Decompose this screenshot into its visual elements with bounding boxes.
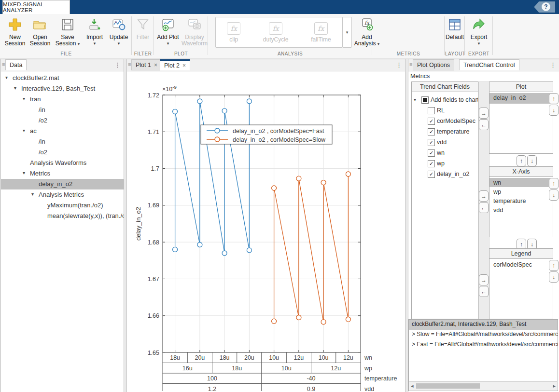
status-line-slow: > Slow = File=All#Global#/mathworks/deve… — [412, 331, 558, 338]
remove-from-legend-button[interactable]: ← — [479, 286, 489, 297]
plot-panel-tabbar: ≡ Plot 1 × Plot 2 × ⋮ — [127, 59, 405, 71]
list-item-wn[interactable]: wn — [489, 178, 553, 187]
app-title-tab[interactable]: MIXED-SIGNAL ANALYZER — [2, 0, 70, 14]
import-button[interactable]: Import ▾ — [83, 16, 106, 46]
expand-arrow-icon[interactable]: ▾ — [5, 75, 8, 80]
legend-list-down-button[interactable]: ↓ — [549, 271, 559, 283]
field-row-wp[interactable]: ✓wp — [412, 159, 478, 169]
checked-checkbox[interactable]: ✓ — [428, 149, 435, 157]
tree-item-interactive-129-bash-test[interactable]: ▾Interactive.129, Bash_Test — [1, 83, 124, 94]
list-item-wp[interactable]: wp — [489, 187, 553, 196]
tree-item-label: ac — [30, 127, 37, 135]
add-to-plot-button[interactable]: → — [479, 108, 489, 119]
scrollbar-thumb[interactable] — [416, 383, 480, 389]
status-hscrollbar[interactable]: ◂ ▸ — [409, 381, 557, 390]
xaxis-list-up-button[interactable]: ↑ — [549, 178, 559, 189]
plot-list-down-button[interactable]: ↓ — [549, 105, 559, 116]
tree-item--in[interactable]: /in — [1, 136, 124, 147]
field-row-temperature[interactable]: ✓temperature — [412, 127, 478, 137]
panel-overflow-icon[interactable]: ⋮ — [396, 61, 402, 68]
analysis-clip-button[interactable]: fx clip — [227, 22, 240, 43]
field-row-cormodelspec[interactable]: ✓corModelSpec — [412, 116, 478, 127]
analysis-gallery-dropdown[interactable]: ▾ — [342, 17, 352, 48]
field-row-vdd[interactable]: ✓vdd — [412, 137, 478, 148]
plot-move-up-button[interactable]: ↑ — [517, 155, 526, 166]
expand-arrow-icon[interactable]: ▾ — [23, 96, 25, 101]
tab-data[interactable]: Data — [5, 59, 27, 70]
field-row-add-fields-to-chart[interactable]: ▾Add fields to chart — [412, 95, 478, 106]
tab-plot-options[interactable]: Plot Options — [413, 59, 454, 70]
open-session-button[interactable]: Open Session — [28, 16, 52, 47]
add-to-legend-button[interactable]: → — [479, 274, 489, 285]
list-item-temperature[interactable]: temperature — [489, 196, 553, 205]
checked-checkbox[interactable]: ✓ — [428, 128, 435, 135]
tree-item-analysis-metrics[interactable]: ▾Analysis Metrics — [1, 189, 124, 200]
xaxis-list-down-button[interactable]: ↓ — [549, 189, 559, 201]
tree-item-clockbuffer2-mat[interactable]: ▾clockBuffer2.mat — [1, 73, 124, 83]
panel-overflow-icon[interactable]: ⋮ — [114, 61, 121, 68]
plot-move-down-button[interactable]: ↓ — [527, 155, 537, 166]
scroll-right-icon[interactable]: ▸ — [553, 383, 556, 389]
section-divider — [492, 16, 493, 55]
scroll-left-icon[interactable]: ◂ — [411, 383, 414, 389]
display-waveform-button[interactable]: Display Waveform — [182, 16, 208, 47]
checked-checkbox[interactable]: ✓ — [428, 171, 435, 178]
expand-arrow-icon[interactable]: ▾ — [31, 191, 34, 197]
close-icon[interactable]: × — [154, 62, 157, 68]
legend-entry-label: delay_in_o2 , corModelSpec=Fast — [233, 128, 324, 135]
panel-grip-icon[interactable]: ≡ — [128, 61, 131, 67]
tab-trendchart-control[interactable]: TrendChart Control — [459, 59, 519, 70]
partial-checkbox[interactable] — [421, 96, 429, 104]
tree-item-ac[interactable]: ▾ac — [1, 126, 124, 136]
analysis-dutycycle-button[interactable]: fx dutyCycle — [263, 22, 289, 43]
close-icon[interactable]: × — [182, 62, 186, 69]
tab-plot-1[interactable]: Plot 1 × — [131, 59, 162, 70]
remove-from-plot-button[interactable]: ← — [479, 119, 489, 130]
panel-grip-icon[interactable]: ≡ — [2, 61, 5, 67]
checked-checkbox[interactable]: ✓ — [428, 160, 435, 167]
tree-item-ymaximum-tran-o2-[interactable]: yMaximum(tran./o2) — [1, 200, 124, 211]
panel-overflow-icon[interactable]: ⋮ — [550, 61, 556, 68]
tree-item-tran[interactable]: ▾tran — [1, 94, 124, 105]
field-row-delay-in-o2[interactable]: ✓delay_in_o2 — [412, 169, 478, 180]
default-layout-button[interactable]: Default — [443, 16, 466, 41]
expand-arrow-icon[interactable]: ▾ — [23, 128, 25, 133]
section-divider — [154, 16, 154, 55]
list-item-cormodelspec[interactable]: corModelSpec — [489, 260, 553, 270]
export-button[interactable]: Export ▾ — [467, 16, 490, 46]
import-icon — [86, 16, 103, 33]
expand-arrow-icon[interactable]: ▾ — [14, 85, 16, 91]
save-session-button[interactable]: Save Session ▾ — [54, 16, 81, 47]
add-to-xaxis-button[interactable]: → — [479, 190, 489, 202]
add-plot-button[interactable]: Add Plot ▾ — [155, 16, 181, 46]
panel-grip-icon[interactable]: ≡ — [409, 61, 412, 67]
list-item-vdd[interactable]: vdd — [489, 205, 553, 215]
analysis-falltime-button[interactable]: fx fallTime — [311, 22, 331, 43]
tree-item-mean-slewrate-y-x-tran-o2-[interactable]: mean(slewrate(y,x)), (tran./o2) — [1, 211, 124, 221]
unchecked-checkbox[interactable] — [428, 107, 435, 114]
plot-list-up-button[interactable]: ↑ — [549, 93, 559, 104]
legend-list-up-button[interactable]: ↑ — [549, 260, 559, 271]
tree-item-metrics[interactable]: ▾Metrics — [1, 168, 124, 179]
field-row-wn[interactable]: ✓wn — [412, 148, 478, 159]
export-caret-icon: ▾ — [478, 41, 480, 46]
tree-item--in[interactable]: /in — [1, 105, 124, 115]
new-session-button[interactable]: New Session — [3, 16, 27, 47]
checked-checkbox[interactable]: ✓ — [428, 118, 435, 125]
tree-item--o2[interactable]: /o2 — [1, 115, 124, 126]
expand-arrow-icon[interactable]: ▾ — [23, 170, 25, 176]
list-item-delay-in-o2[interactable]: delay_in_o2 — [489, 93, 553, 104]
checked-checkbox[interactable]: ✓ — [428, 139, 435, 146]
filter-button[interactable]: Filter — [132, 16, 154, 41]
update-button[interactable]: v Update ▾ — [107, 16, 130, 46]
tab-plot-2[interactable]: Plot 2 × — [160, 59, 190, 70]
remove-from-xaxis-button[interactable]: ← — [479, 202, 489, 213]
tree-item-label: /in — [39, 138, 45, 145]
tree-item-analysis-waveforms[interactable]: Analysis Waveforms — [1, 158, 124, 168]
trend-chart-canvas[interactable]: 1.721.711.71.691.681.671.661.65×10-9dela… — [127, 71, 404, 391]
tree-item--o2[interactable]: /o2 — [1, 147, 124, 158]
help-icon[interactable]: ? — [542, 2, 550, 11]
field-row-rl[interactable]: RL — [412, 106, 478, 116]
expand-arrow-icon[interactable]: ▾ — [414, 97, 416, 102]
tree-item-delay-in-o2[interactable]: delay_in_o2 — [1, 179, 124, 189]
